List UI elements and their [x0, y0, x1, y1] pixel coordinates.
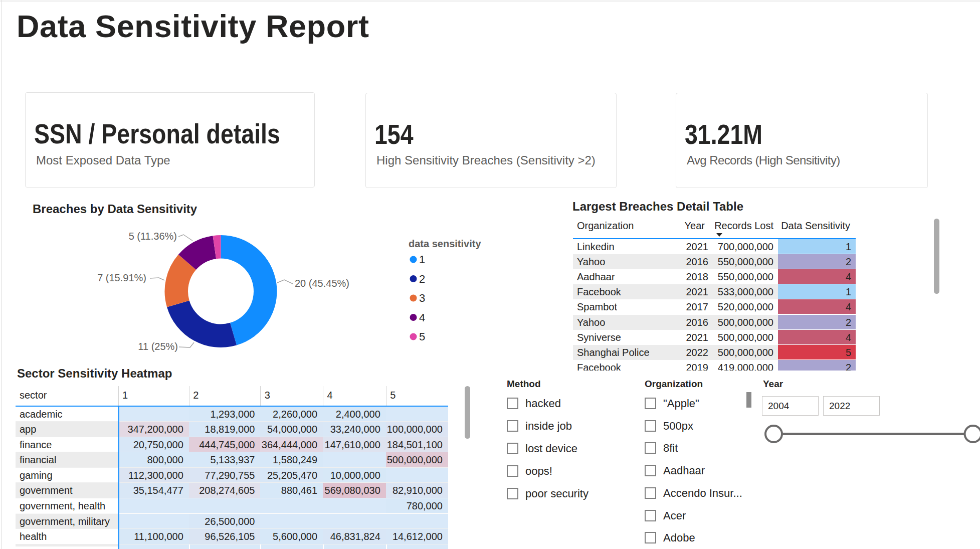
svg-text:20 (45.45%): 20 (45.45%)	[295, 278, 349, 289]
svg-text:5: 5	[419, 330, 425, 343]
svg-text:7 (15.91%): 7 (15.91%)	[97, 272, 146, 283]
svg-text:4: 4	[419, 311, 425, 324]
svg-text:2: 2	[419, 273, 425, 285]
svg-text:data sensitivity: data sensitivity	[409, 238, 481, 249]
svg-text:5 (11.36%): 5 (11.36%)	[129, 231, 177, 242]
svg-text:3: 3	[419, 292, 425, 304]
svg-text:1: 1	[419, 253, 425, 266]
svg-text:11 (25%): 11 (25%)	[138, 341, 178, 352]
